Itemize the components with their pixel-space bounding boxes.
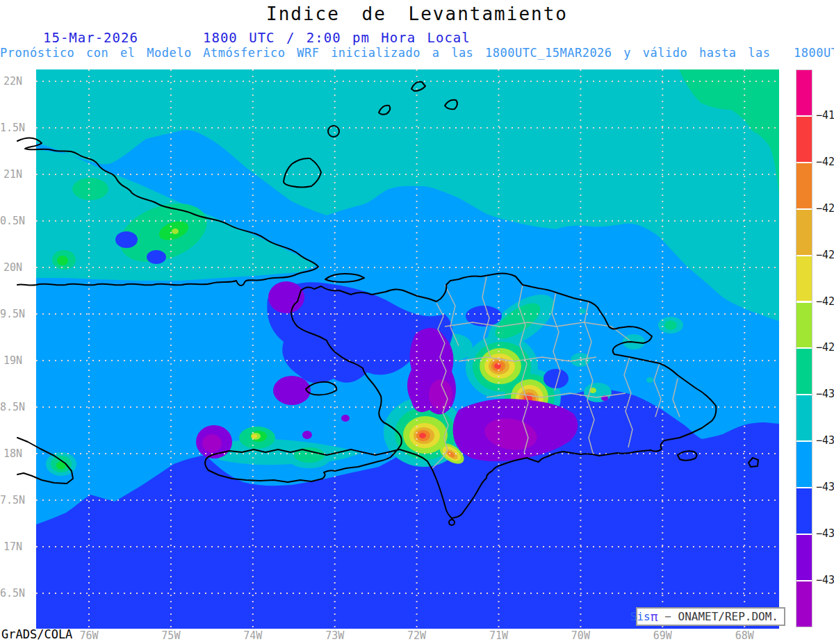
- lat-tick-label: 0.5N: [0, 215, 22, 226]
- lat-tick-label: 20N: [0, 262, 22, 273]
- date-label: 15-Mar-2026: [43, 30, 138, 45]
- lon-tick-label: 71W: [477, 629, 521, 642]
- colorbar: [796, 69, 812, 627]
- dash-separator: −: [658, 610, 678, 623]
- lon-tick-label: 72W: [395, 629, 439, 642]
- colorbar-tick-label: −43.6: [816, 528, 834, 539]
- weather-chart-page: Indice de Levantamiento 15-Mar-2026 1800…: [0, 0, 834, 644]
- lat-tick-label: 19N: [0, 355, 22, 366]
- lat-tick-label: 22N: [0, 76, 22, 87]
- page-title: Indice de Levantamiento: [0, 3, 834, 24]
- lat-tick-label: 17N: [0, 541, 22, 552]
- sispi-logo-text: Sis: [630, 610, 651, 623]
- map-canvas: [0, 0, 834, 644]
- lat-tick-label: 6.5N: [0, 588, 22, 599]
- lat-tick-label: 9.5N: [0, 308, 22, 320]
- lon-tick-label: 75W: [149, 629, 193, 642]
- pi-icon: π: [651, 609, 658, 624]
- lat-tick-label: 8.5N: [0, 402, 22, 413]
- colorbar-segment: [796, 70, 812, 115]
- colorbar-tick-label: −41.8: [816, 110, 834, 121]
- colorbar-segment: [796, 117, 812, 162]
- lon-tick-label: 68W: [722, 629, 767, 642]
- grads-credit: GrADS/COLA: [1, 627, 72, 641]
- lifted-index-field: [36, 69, 779, 629]
- lon-tick-label: 69W: [640, 629, 685, 642]
- colorbar-segment: [796, 395, 812, 440]
- onamet-label: ONAMET/REP.DOM.: [678, 610, 779, 623]
- colorbar-segment: [796, 442, 812, 487]
- colorbar-tick-label: −43: [816, 388, 834, 399]
- lat-tick-label: 21N: [0, 169, 22, 180]
- colorbar-segment: [796, 581, 812, 627]
- colorbar-tick-label: −43.8: [816, 575, 834, 586]
- valid-time-label: 1800 UTC / 2:00 pm Hora Local: [203, 30, 471, 45]
- lon-tick-label: 70W: [558, 629, 603, 642]
- lon-tick-label: 76W: [67, 629, 111, 642]
- colorbar-tick-label: −43.4: [816, 481, 834, 493]
- colorbar-tick-label: −42.2: [816, 203, 834, 214]
- lon-tick-label: 74W: [231, 629, 275, 642]
- colorbar-segment: [796, 256, 812, 302]
- colorbar-tick-label: −42.8: [816, 342, 834, 353]
- colorbar-segment: [796, 210, 812, 255]
- colorbar-tick-label: −42.6: [816, 296, 834, 307]
- lat-tick-label: 18N: [0, 448, 22, 459]
- colorbar-tick-label: −42: [816, 156, 834, 167]
- colorbar-segment: [796, 303, 812, 348]
- lat-tick-label: 1.5N: [0, 122, 22, 133]
- sispi-attribution-box: Sisπ − ONAMET/REP.DOM.: [636, 607, 785, 626]
- lon-tick-label: 73W: [313, 629, 357, 642]
- colorbar-tick-label: −42.4: [816, 249, 834, 261]
- lat-tick-label: 7.5N: [0, 495, 22, 506]
- colorbar-segment: [796, 488, 812, 534]
- colorbar-segment: [796, 163, 812, 208]
- colorbar-tick-label: −43.2: [816, 435, 834, 446]
- colorbar-segment: [796, 535, 812, 580]
- colorbar-segment: [796, 349, 812, 394]
- model-subtitle: Pronóstico con el Modelo Atmósferico WRF…: [0, 46, 834, 60]
